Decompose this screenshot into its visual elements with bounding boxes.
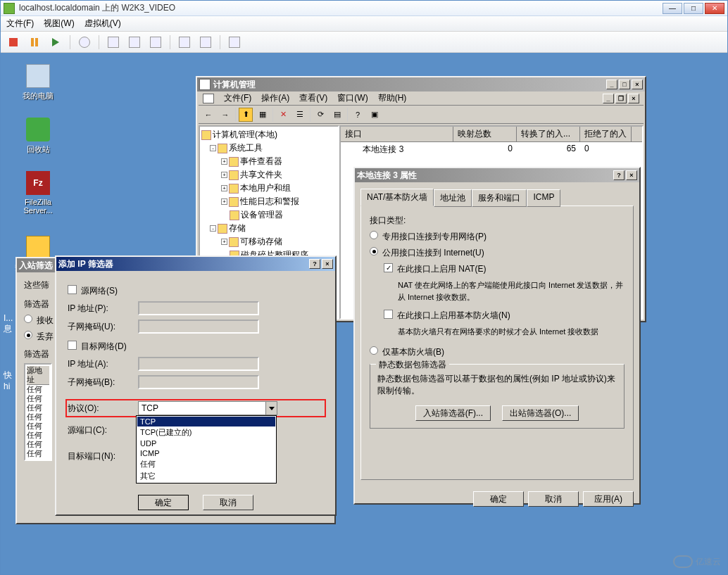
perf-icon (229, 197, 239, 207)
opt-any[interactable]: 任何 (137, 458, 275, 470)
tool-icon-1[interactable] (106, 35, 120, 49)
check-enable-firewall[interactable]: 在此接口上启用基本防火墙(N) (384, 310, 625, 322)
expand-icon[interactable]: + (221, 198, 227, 205)
menu-action[interactable]: 操作(A) (261, 92, 289, 104)
protocol-dropdown: TCP TCP(已建立的) UDP ICMP 任何 其它 (136, 415, 277, 484)
properties-icon[interactable]: ☰ (293, 108, 307, 122)
tab-nat[interactable]: NAT/基本防火墙 (360, 189, 434, 206)
minimize-button[interactable]: — (663, 3, 682, 14)
tool-icon-5[interactable] (199, 35, 213, 49)
tool-icon-3[interactable] (149, 35, 163, 49)
tool-icon-2[interactable] (127, 35, 142, 49)
menu-window[interactable]: 窗口(W) (337, 92, 368, 104)
tab-pool[interactable]: 地址池 (434, 189, 472, 207)
maximize-button[interactable]: □ (684, 3, 703, 14)
static-filter-group: 静态数据包筛选器 静态数据包筛选器可以基于数据包的属性(例如 IP 地址或协议)… (370, 364, 625, 429)
help-icon[interactable]: ? (351, 108, 365, 122)
tab-svc[interactable]: 服务和端口 (472, 189, 527, 207)
expand-icon[interactable]: + (221, 158, 227, 165)
collapse-icon[interactable]: - (210, 225, 216, 232)
menu-vm[interactable]: 虚拟机(V) (84, 18, 121, 30)
close-button[interactable]: ✕ (705, 3, 724, 14)
ok-button[interactable]: 确定 (473, 491, 524, 507)
refresh-icon[interactable] (77, 35, 92, 49)
back-icon[interactable]: ← (201, 108, 215, 122)
tools-icon (218, 144, 227, 153)
src-list[interactable]: 源地址 任何任何任何 任何任何任何 任何任何 (24, 363, 52, 461)
expand-icon[interactable]: + (221, 172, 227, 178)
menu-help[interactable]: 帮助(H) (378, 92, 407, 104)
check-enable-nat[interactable]: ✓在此接口上启用 NAT(E) (384, 263, 625, 275)
export-icon[interactable]: ▤ (330, 108, 344, 122)
check-source-network[interactable]: 源网络(S) (68, 285, 324, 297)
mdi-min[interactable]: _ (603, 94, 614, 103)
filezilla-icon[interactable]: Fz FileZilla Server... (12, 171, 64, 215)
menu-view[interactable]: 查看(V) (299, 92, 327, 104)
stop-button[interactable] (6, 35, 20, 49)
cancel-button[interactable]: 取消 (203, 495, 253, 510)
radio-firewall-only[interactable]: 仅基本防火墙(B) (370, 346, 625, 358)
outbound-filter-button[interactable]: 出站筛选器(O)... (502, 405, 579, 421)
addip-titlebar[interactable]: 添加 IP 筛选器 ?× (56, 257, 335, 271)
static-desc: 静态数据包筛选器可以基于数据包的属性(例如 IP 地址或协议)来限制传输。 (377, 373, 617, 397)
cancel-button[interactable]: 取消 (528, 491, 579, 507)
delete-icon[interactable]: ✕ (276, 108, 290, 122)
list-row[interactable]: 本地连接 3 0 65 0 (341, 142, 642, 157)
recycle-bin-icon[interactable]: 回收站 (12, 118, 64, 155)
minimize-button[interactable]: _ (606, 80, 617, 89)
props-titlebar[interactable]: 本地连接 3 属性 ?× (355, 168, 639, 182)
opt-udp[interactable]: UDP (137, 438, 275, 448)
my-computer-icon[interactable]: 我的电脑 (12, 64, 64, 101)
menu-file[interactable]: 文件(F) (224, 92, 251, 104)
tool-icon-4[interactable] (177, 35, 192, 49)
mdi-restore[interactable]: ❐ (615, 94, 627, 103)
list-header: 接口 映射总数 转换了的入... 拒绝了的入 (341, 127, 642, 142)
mdi-close[interactable]: × (628, 94, 639, 103)
close-button[interactable]: × (322, 259, 333, 269)
interface-type-label: 接口类型: (370, 215, 625, 227)
views-icon[interactable]: ▦ (256, 108, 270, 122)
add-ip-filter-dialog: 添加 IP 筛选器 ?× 源网络(S) IP 地址(P): 子网掩码(U): 目… (55, 255, 337, 516)
radio-public[interactable]: 公用接口连接到 Internet(U) (370, 247, 625, 259)
expand-icon[interactable]: + (221, 185, 227, 191)
apply-button[interactable]: 应用(A) (583, 491, 634, 507)
help-button[interactable]: ? (613, 170, 625, 180)
play-button[interactable] (49, 35, 63, 49)
opt-tcp[interactable]: TCP (137, 417, 275, 426)
vsphere-icon (4, 3, 15, 14)
collapse-icon[interactable]: - (210, 145, 216, 151)
check-dest-network[interactable]: 目标网络(D) (68, 341, 324, 353)
radio-private[interactable]: 专用接口连接到专用网络(P) (370, 231, 625, 243)
up-icon[interactable]: ⬆ (239, 108, 253, 122)
help-button[interactable]: ? (309, 259, 320, 269)
inbound-filter-button[interactable]: 入站筛选器(F)... (415, 405, 491, 421)
close-button[interactable]: × (626, 170, 637, 180)
close-button[interactable]: × (632, 80, 643, 89)
computer-icon (201, 130, 211, 140)
maximize-button[interactable]: □ (619, 80, 630, 89)
expand-icon[interactable]: + (221, 239, 227, 245)
pause-button[interactable] (27, 35, 42, 49)
vm-titlebar: localhost.localdomain 上的 W2K3_VIDEO — □ … (1, 1, 727, 16)
opt-icmp[interactable]: ICMP (137, 448, 275, 458)
dst-mask-input (138, 375, 259, 389)
src-ip-input (138, 301, 259, 315)
tab-icmp[interactable]: ICMP (527, 189, 560, 207)
menu-file[interactable]: 文件(F) (6, 18, 34, 30)
cm-menu-icon (203, 94, 214, 103)
protocol-label: 协议(O): (68, 403, 138, 415)
tool-icon-6[interactable] (227, 35, 241, 49)
opt-other[interactable]: 其它 (137, 470, 275, 482)
menu-view[interactable]: 视图(W) (44, 18, 74, 30)
connection-properties-dialog: 本地连接 3 属性 ?× NAT/基本防火墙 地址池 服务和端口 ICMP 接口… (353, 167, 641, 505)
compmgmt-titlebar[interactable]: 计算机管理 _ □ × (197, 77, 645, 91)
refresh-icon[interactable]: ⟳ (313, 108, 327, 122)
dropdown-arrow-icon[interactable] (265, 402, 277, 415)
protocol-select[interactable]: TCP TCP TCP(已建立的) UDP ICMP 任何 其它 (138, 401, 277, 415)
forward-icon[interactable]: → (218, 108, 232, 122)
removable-icon (229, 237, 239, 247)
tool-icon[interactable]: ▣ (368, 108, 382, 122)
opt-tcp-established[interactable]: TCP(已建立的) (137, 426, 275, 438)
tab-pane: 接口类型: 专用接口连接到专用网络(P) 公用接口连接到 Internet(U)… (360, 206, 634, 480)
ok-button[interactable]: 确定 (138, 495, 189, 510)
